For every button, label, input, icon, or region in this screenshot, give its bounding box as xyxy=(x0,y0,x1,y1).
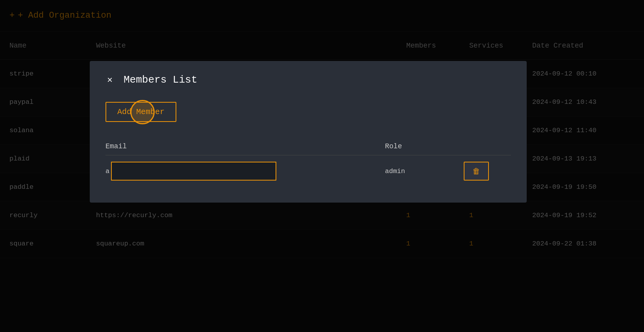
modal-close-button[interactable]: × xyxy=(105,74,114,86)
members-table: Email Role a admin 🗑 xyxy=(105,138,511,184)
member-email-input[interactable] xyxy=(111,162,276,181)
member-email-cell: a xyxy=(105,162,385,181)
member-row: a admin 🗑 xyxy=(105,159,511,184)
close-icon: × xyxy=(107,74,113,85)
member-role: admin xyxy=(385,168,464,175)
add-member-label: Add Member xyxy=(117,107,165,116)
modal-header: × Members List xyxy=(105,74,511,86)
members-list-modal: × Members List Add Member Email Role a a… xyxy=(90,61,527,203)
add-member-button[interactable]: Add Member xyxy=(105,102,176,122)
role-column-header: Role xyxy=(385,142,464,150)
members-table-header: Email Role xyxy=(105,138,511,155)
email-column-header: Email xyxy=(105,142,385,150)
trash-icon: 🗑 xyxy=(472,167,480,176)
modal-title: Members List xyxy=(124,74,197,86)
actions-column-header xyxy=(464,142,511,150)
email-prefix: a xyxy=(105,168,109,175)
delete-member-button[interactable]: 🗑 xyxy=(464,162,489,181)
